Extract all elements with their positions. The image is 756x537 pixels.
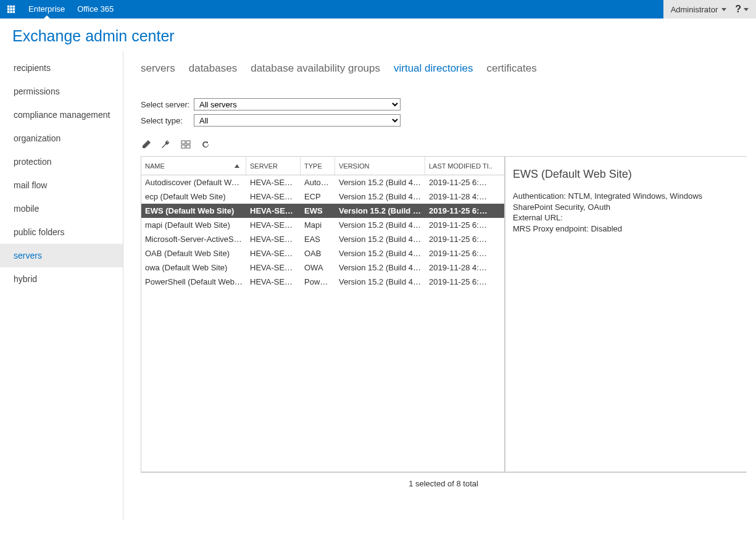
table-row[interactable]: EWS (Default Web Site)HEVA-SERV...EWSVer… (141, 204, 504, 218)
cell: 2019-11-25 6:12 ... (425, 220, 493, 230)
cell: 2019-11-25 6:12 ... (425, 178, 493, 187)
sidebar-item-compliance-management[interactable]: compliance management (0, 103, 123, 127)
svg-rect-12 (186, 145, 190, 148)
column-version[interactable]: VERSION (335, 157, 425, 175)
select-type-dropdown[interactable]: All (194, 114, 401, 127)
table-row[interactable]: Autodiscover (Default Web S...HEVA-SERV.… (141, 175, 504, 189)
cell: PowerShell (Default Web Site) (141, 277, 246, 286)
sidebar-item-mail-flow[interactable]: mail flow (0, 173, 123, 197)
cell: 2019-11-25 6:12 ... (425, 249, 493, 258)
details-pane: EWS (Default Web Site) Authentication: N… (505, 156, 747, 472)
sidebar-item-recipients[interactable]: recipients (0, 56, 123, 80)
column-last-modified[interactable]: LAST MODIFIED TI... (425, 157, 493, 175)
cell: 2019-11-25 6:12 ... (425, 235, 493, 244)
table-header: NAME SERVER TYPE VERSION LAST MODIFIED T… (141, 157, 504, 175)
details-mrs: MRS Proxy endpoint: Disabled (513, 223, 739, 235)
cell: Mapi (301, 220, 335, 230)
sidebar-item-hybrid[interactable]: hybrid (0, 267, 123, 291)
cell: OAB (Default Web Site) (141, 249, 246, 258)
cell: 2019-11-25 6:11 ... (425, 206, 493, 215)
top-link-enterprise[interactable]: Enterprise (22, 0, 71, 19)
table-body: Autodiscover (Default Web S...HEVA-SERV.… (141, 175, 504, 472)
svg-rect-1 (10, 6, 12, 8)
tab-databases[interactable]: databases (189, 62, 237, 75)
cell: Version 15.2 (Build 464... (335, 263, 425, 272)
svg-rect-0 (7, 6, 10, 8)
cell: EWS (301, 206, 335, 215)
select-type-label: Select type: (141, 116, 194, 125)
cell: Autod... (301, 178, 335, 187)
column-name[interactable]: NAME (141, 157, 246, 175)
cell: mapi (Default Web Site) (141, 220, 246, 230)
cell: 2019-11-28 4:29 ... (425, 263, 493, 272)
svg-rect-3 (7, 8, 10, 10)
admin-label: Administrator (671, 5, 718, 14)
cell: HEVA-SERV... (246, 249, 301, 258)
sidebar-item-servers[interactable]: servers (0, 244, 123, 267)
tab-bar: serversdatabasesdatabase availability gr… (141, 56, 751, 90)
table-row[interactable]: ecp (Default Web Site)HEVA-SERV...ECPVer… (141, 189, 504, 204)
cell: HEVA-SERV... (246, 178, 301, 187)
cell: Version 15.2 (Build 464... (335, 192, 425, 201)
tab-servers[interactable]: servers (141, 62, 175, 75)
cell: ecp (Default Web Site) (141, 192, 246, 201)
svg-rect-6 (7, 11, 10, 14)
cell: HEVA-SERV... (246, 220, 301, 230)
tab-database-availability-groups[interactable]: database availability groups (251, 62, 380, 75)
cell: Microsoft-Server-ActiveSync ... (141, 235, 246, 244)
svg-rect-9 (181, 141, 185, 144)
virtual-directories-table: NAME SERVER TYPE VERSION LAST MODIFIED T… (141, 156, 505, 472)
filters: Select server: All servers Select type: … (141, 98, 751, 127)
cell: Version 15.2 (Build 464... (335, 235, 425, 244)
cell: Version 15.2 (Build 464... (335, 220, 425, 230)
table-row[interactable]: OAB (Default Web Site)HEVA-SERV...OABVer… (141, 246, 504, 260)
cell: Autodiscover (Default Web S... (141, 178, 246, 187)
table-row[interactable]: owa (Default Web Site)HEVA-SERV...OWAVer… (141, 260, 504, 275)
cell: HEVA-SERV... (246, 277, 301, 286)
column-type[interactable]: TYPE (301, 157, 335, 175)
select-server-dropdown[interactable]: All servers (194, 98, 401, 110)
svg-rect-11 (181, 145, 185, 148)
sidebar-item-organization[interactable]: organization (0, 127, 123, 150)
cell: 2019-11-25 6:12 ... (425, 277, 493, 286)
tab-virtual-directories[interactable]: virtual directories (394, 62, 473, 75)
column-server[interactable]: SERVER (246, 157, 301, 175)
tab-certificates[interactable]: certificates (487, 62, 537, 75)
cell: HEVA-SERV... (246, 206, 301, 215)
sidebar: recipientspermissionscompliance manageme… (0, 51, 123, 520)
cell: 2019-11-28 4:31 ... (425, 192, 493, 201)
sidebar-item-mobile[interactable]: mobile (0, 197, 123, 220)
cell: owa (Default Web Site) (141, 263, 246, 272)
svg-rect-4 (10, 8, 12, 10)
help-dropdown[interactable]: ? (735, 4, 749, 15)
page-title: Exchange admin center (0, 19, 756, 51)
refresh-icon[interactable] (200, 139, 211, 150)
sidebar-item-permissions[interactable]: permissions (0, 80, 123, 103)
topbar-right: Administrator ? (663, 0, 756, 19)
cell: Power... (301, 277, 335, 286)
wrench-icon[interactable] (160, 139, 172, 150)
cell: EWS (Default Web Site) (141, 206, 246, 215)
table-row[interactable]: PowerShell (Default Web Site)HEVA-SERV..… (141, 275, 504, 289)
sidebar-item-protection[interactable]: protection (0, 150, 123, 173)
admin-dropdown[interactable]: Administrator (671, 5, 727, 14)
edit-icon[interactable] (141, 139, 152, 150)
sidebar-item-public-folders[interactable]: public folders (0, 220, 123, 244)
svg-rect-2 (13, 6, 15, 8)
details-auth: Authentication: NTLM, Integrated Windows… (513, 191, 739, 212)
cell: Version 15.2 (Build 464... (335, 249, 425, 258)
reset-icon[interactable] (180, 139, 191, 150)
main-content: serversdatabasesdatabase availability gr… (123, 51, 756, 520)
table-row[interactable]: mapi (Default Web Site)HEVA-SERV...MapiV… (141, 218, 504, 232)
cell: Version 15.2 (Build 464... (335, 277, 425, 286)
svg-rect-5 (13, 8, 15, 10)
app-launcher-icon[interactable] (0, 0, 22, 19)
cell: ECP (301, 192, 335, 201)
caret-down-icon (744, 8, 749, 11)
topbar-left: Enterprise Office 365 (0, 0, 120, 19)
cell: HEVA-SERV... (246, 192, 301, 201)
top-link-office365[interactable]: Office 365 (71, 0, 120, 19)
cell: HEVA-SERV... (246, 263, 301, 272)
details-title: EWS (Default Web Site) (513, 168, 739, 181)
table-row[interactable]: Microsoft-Server-ActiveSync ...HEVA-SERV… (141, 232, 504, 246)
